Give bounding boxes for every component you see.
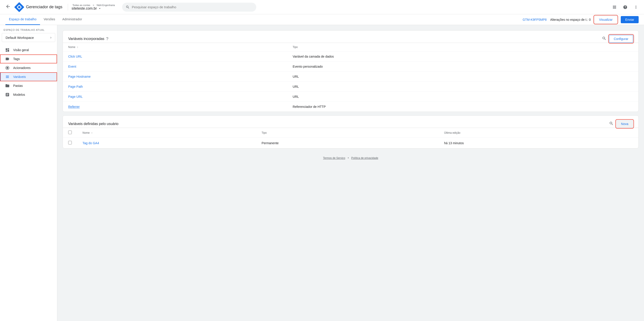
var-referrer-link[interactable]: Referrer — [68, 105, 80, 109]
sidebar-item-overview[interactable]: Visão geral — [0, 45, 57, 54]
sidebar-item-variables[interactable]: Variáveis — [0, 72, 57, 81]
gtm-id[interactable]: GTM-K9FP5MP8 — [522, 18, 546, 21]
var-page-hostname-link[interactable]: Page Hostname — [68, 75, 90, 78]
sidebar-item-triggers[interactable]: Acionadores — [0, 63, 57, 72]
builtin-vars-actions: Configurar — [601, 35, 633, 43]
builtin-vars-title-text: Variáveis incorporadas — [68, 37, 104, 41]
var-type-cell: Permanente — [256, 138, 439, 149]
footer-dot: • — [348, 157, 348, 160]
preview-button[interactable]: Visualizar — [594, 16, 617, 23]
var-type-cell: Variável da camada de dados — [287, 52, 638, 62]
search-icon — [126, 5, 130, 9]
col-type: Tipo — [287, 43, 638, 52]
var-name-cell: Event — [63, 62, 287, 72]
variables-icon — [5, 75, 10, 79]
sidebar-item-label-templates: Modelos — [13, 93, 25, 96]
sidebar-item-label-variables: Variáveis — [13, 75, 26, 79]
account-name: N&A Engenharia — [96, 4, 115, 6]
overview-icon — [5, 48, 10, 52]
col-checkbox — [63, 128, 77, 138]
table-row: Event Evento personalizado — [63, 62, 638, 72]
table-row: Page Hostname URL — [63, 72, 638, 82]
var-page-url-link[interactable]: Page URL — [68, 95, 83, 98]
var-event-link[interactable]: Event — [68, 65, 76, 68]
layout: ESPAÇO DE TRABALHO ATUAL Default Workspa… — [0, 25, 644, 321]
site-name: siteteste.com.br — [72, 6, 97, 10]
builtin-vars-card: Variáveis incorporadas ? Configurar — [62, 30, 639, 112]
help-icon[interactable] — [621, 3, 630, 12]
more-vert-icon[interactable] — [632, 3, 640, 12]
var-type-cell: URL — [287, 92, 638, 102]
app-name: Gerenciador de tags — [26, 5, 62, 9]
site-selector[interactable]: siteteste.com.br — [72, 6, 116, 10]
table-row: Click URL Variável da camada de dados — [63, 52, 638, 62]
var-name-cell: Click URL — [63, 52, 287, 62]
svg-point-0 — [6, 67, 8, 69]
var-name-cell: Page Path — [63, 82, 287, 92]
var-type-cell: Referenciador de HTTP — [287, 102, 638, 112]
user-vars-title: Variáveis definidas pelo usuário — [68, 122, 118, 126]
workspace-name: Default Workspace — [6, 36, 34, 39]
sidebar-item-folders[interactable]: Pastas — [0, 81, 57, 90]
send-button[interactable]: Enviar — [621, 16, 639, 23]
user-vars-header: Variáveis definidas pelo usuário Nova — [63, 116, 638, 128]
var-name-cell: Tag do GA4 — [77, 138, 256, 149]
builtin-vars-title: Variáveis incorporadas ? — [68, 37, 108, 41]
tab-admin[interactable]: Administrador — [59, 14, 86, 25]
workspace-selector[interactable]: Default Workspace › — [2, 33, 55, 42]
help-circle-icon[interactable]: ? — [106, 37, 108, 41]
privacy-link[interactable]: Política de privacidade — [351, 157, 378, 160]
terms-link[interactable]: Termos de Serviço — [323, 157, 345, 160]
table-row: Tag do GA4 Permanente há 13 minutos — [63, 138, 638, 149]
main-content: Variáveis incorporadas ? Configurar — [57, 25, 644, 321]
table-row: Referrer Referenciador de HTTP — [63, 102, 638, 112]
sidebar-nav: Visão geral Tags Acionadores — [0, 45, 57, 99]
all-accounts-link[interactable]: Todas as contas — [72, 4, 90, 6]
builtin-vars-header: Variáveis incorporadas ? Configurar — [63, 31, 638, 43]
chevron-right-icon: › — [50, 35, 52, 39]
nova-button[interactable]: Nova — [616, 120, 633, 128]
footer: Termos de Serviço • Política de privacid… — [62, 152, 639, 164]
sort-arrow: ↑ — [77, 46, 78, 48]
tab-versions[interactable]: Versões — [40, 14, 59, 25]
var-tag-ga4-link[interactable]: Tag do GA4 — [82, 141, 99, 145]
var-page-path-link[interactable]: Page Path — [68, 85, 83, 88]
var-name-cell: Page URL — [63, 92, 287, 102]
sidebar: ESPAÇO DE TRABALHO ATUAL Default Workspa… — [0, 25, 57, 321]
topbar: Gerenciador de tags Todas as contas > N&… — [0, 0, 644, 14]
user-vars-card: Variáveis definidas pelo usuário Nova — [62, 115, 639, 149]
sidebar-item-templates[interactable]: Modelos — [0, 90, 57, 99]
search-input[interactable] — [132, 5, 253, 9]
workspace-changes: Alterações no espaço de t.: 0 — [550, 18, 591, 21]
sidebar-item-label-folders: Pastas — [13, 84, 23, 88]
templates-icon — [5, 92, 10, 97]
builtin-vars-table: Nome ↑ Tipo Click URL Variável da camada… — [63, 43, 638, 112]
sidebar-item-label-triggers: Acionadores — [13, 66, 31, 70]
configure-button[interactable]: Configurar — [609, 35, 633, 43]
select-all-checkbox[interactable] — [68, 131, 72, 134]
col-last-edit: Última edição — [439, 128, 638, 138]
app-logo — [15, 3, 23, 11]
builtin-vars-search-icon[interactable] — [601, 35, 607, 43]
var-type-cell: URL — [287, 82, 638, 92]
user-vars-header-row: Nome ↑ Tipo Última edição — [63, 128, 638, 138]
var-last-edit-cell: há 13 minutos — [439, 138, 638, 149]
table-row: Page URL URL — [63, 92, 638, 102]
apps-icon[interactable] — [610, 3, 619, 12]
user-vars-search-icon[interactable] — [608, 120, 614, 128]
builtin-vars-header-row: Nome ↑ Tipo — [63, 43, 638, 52]
var-type-cell: URL — [287, 72, 638, 82]
back-button[interactable] — [4, 2, 12, 12]
nav-right: GTM-K9FP5MP8 Alterações no espaço de t.:… — [522, 16, 639, 23]
sidebar-item-tags[interactable]: Tags — [0, 54, 57, 63]
table-row: Page Path URL — [63, 82, 638, 92]
col-name[interactable]: Nome ↑ — [63, 43, 287, 52]
col-name[interactable]: Nome ↑ — [77, 128, 256, 138]
search-bar[interactable] — [122, 3, 256, 12]
triggers-icon — [5, 66, 10, 70]
row-checkbox-cell — [63, 138, 77, 149]
tab-workspace[interactable]: Espaço de trabalho — [5, 14, 40, 25]
user-vars-table: Nome ↑ Tipo Última edição Tag do GA4 Per… — [63, 128, 638, 148]
row-checkbox[interactable] — [68, 141, 72, 145]
var-click-url-link[interactable]: Click URL — [68, 55, 82, 58]
